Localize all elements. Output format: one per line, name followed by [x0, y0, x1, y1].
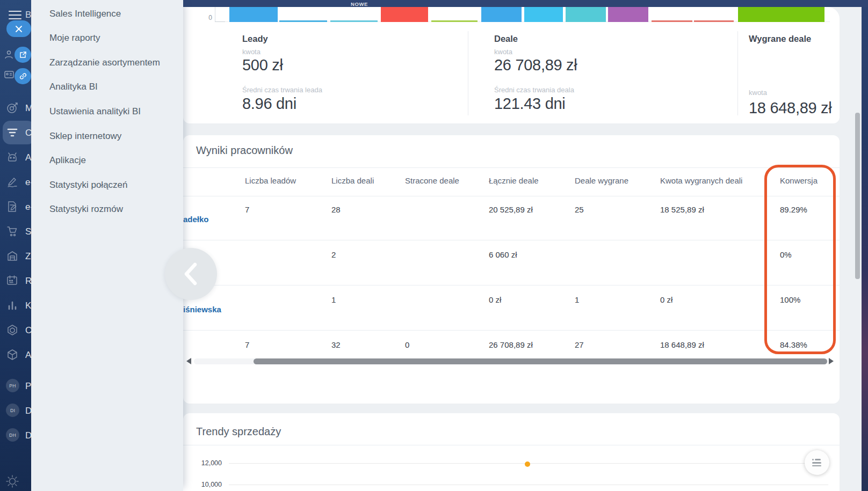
- target-icon[interactable]: [6, 102, 18, 114]
- sidebar-item-letter[interactable]: e-: [25, 177, 31, 188]
- open-in-new-window-button[interactable]: [15, 47, 31, 63]
- person-icon: [4, 50, 13, 59]
- hexagon-icon[interactable]: [6, 324, 18, 336]
- funnel-chart: 0: [183, 7, 840, 22]
- link-chain-icon: [19, 72, 27, 80]
- funnel-zero-tick: 0: [202, 14, 212, 21]
- funnel-bar: [524, 7, 563, 22]
- panel-title: Wyniki pracowników: [196, 144, 293, 157]
- avatar[interactable]: DH: [6, 428, 19, 442]
- hamburger-menu-icon[interactable]: [8, 10, 22, 20]
- cell-total: 0 zł: [489, 295, 501, 304]
- sidebar-item-letter[interactable]: D: [25, 406, 31, 416]
- employee-name-link[interactable]: adełko: [183, 215, 209, 224]
- sidebar-item-letter[interactable]: M: [25, 103, 31, 114]
- close-menu-button[interactable]: [6, 20, 31, 37]
- funnel-bar: [431, 20, 478, 22]
- crm-funnel-icon[interactable]: [6, 127, 18, 138]
- funnel-bar: [608, 7, 648, 22]
- robot-icon[interactable]: [6, 151, 18, 163]
- close-icon: [16, 26, 22, 32]
- widget-settings-button[interactable]: [805, 450, 829, 475]
- row-divider: [183, 285, 840, 285]
- chevron-left-icon: [165, 248, 217, 300]
- cell-deals: 2: [331, 250, 336, 259]
- menu-item-statystyki-rozmow[interactable]: Statystyki rozmów: [49, 204, 123, 217]
- kpi-amount-label: kwota: [749, 89, 767, 97]
- funnel-bar: [229, 7, 278, 22]
- menu-item-aplikacje[interactable]: Aplikacje: [49, 155, 86, 168]
- funnel-x-axis-tick: [215, 21, 225, 22]
- employee-results-panel: Wyniki pracowników Liczba leadów Liczba …: [183, 135, 840, 404]
- menu-item-sales-intelligence[interactable]: Sales Intelligence: [49, 9, 121, 21]
- table-hscrollbar-thumb[interactable]: [254, 358, 827, 364]
- kpi-amount-value: 18 648,89 zł: [749, 99, 831, 117]
- sidebar-item-letter[interactable]: St: [25, 226, 31, 237]
- funnel-y-axis: [215, 7, 215, 22]
- page-header-strip: NOWE: [183, 0, 868, 7]
- funnel-bar: [481, 7, 522, 22]
- menu-item-statystyki-polaczen[interactable]: Statystyki połączeń: [49, 180, 128, 193]
- sidebar-item-letter[interactable]: D: [25, 430, 31, 441]
- calendar-icon[interactable]: [6, 275, 18, 287]
- panel-title: Trendy sprzedaży: [196, 426, 281, 438]
- cell-won-amount: 18 648,89 zł: [660, 340, 704, 349]
- sidebar-item-letter[interactable]: C: [25, 325, 31, 336]
- kpi-divider: [737, 31, 738, 115]
- cell-total: 6 060 zł: [489, 250, 517, 259]
- main-sidebar: B: [0, 0, 31, 491]
- menu-item-moje-raporty[interactable]: Moje raporty: [49, 33, 100, 46]
- page-vscrollbar-thumb[interactable]: [855, 113, 860, 279]
- cell-won: 27: [575, 340, 584, 349]
- kpi-summary-panel: 0 Leady kwota 500 zł Średni czas trwania…: [183, 7, 840, 123]
- cell-won: 25: [575, 205, 584, 214]
- employee-name-link[interactable]: iśniewska: [183, 305, 221, 314]
- conversion-column-highlight: [764, 165, 836, 354]
- sidebar-item-letter[interactable]: Z: [25, 251, 31, 262]
- kpi-divider: [468, 31, 468, 115]
- sidebar-item-letter[interactable]: A: [25, 152, 31, 163]
- warehouse-icon[interactable]: [6, 250, 18, 262]
- col-header-leads: Liczba leadów: [245, 176, 296, 185]
- menu-item-analityka-bi[interactable]: Analityka BI: [49, 82, 98, 94]
- sidebar-item-letter[interactable]: R: [25, 276, 31, 287]
- document-edit-icon[interactable]: [6, 201, 18, 212]
- external-link-icon: [19, 52, 26, 58]
- cart-icon[interactable]: [6, 225, 18, 237]
- id-badge-icon: [4, 70, 14, 79]
- sidebar-item-letter[interactable]: P: [25, 381, 31, 392]
- kpi-amount-value: 500 zł: [242, 56, 283, 74]
- analytics-flyout-menu: Sales Intelligence Moje raporty Zarządza…: [31, 0, 183, 491]
- divider: [183, 167, 840, 168]
- avatar[interactable]: DI: [6, 404, 19, 417]
- divider: [183, 445, 840, 445]
- divider: [183, 196, 840, 196]
- trend-data-point: [525, 461, 530, 467]
- gear-icon[interactable]: [5, 474, 19, 488]
- cell-won-amount: 0 zł: [660, 295, 672, 304]
- cube-icon[interactable]: [6, 349, 18, 361]
- sidebar-item-letter[interactable]: C: [25, 128, 31, 138]
- scroll-left-arrow-icon[interactable]: [186, 358, 191, 364]
- kpi-amount-label: kwota: [242, 48, 261, 56]
- menu-item-sklep-internetowy[interactable]: Sklep internetowy: [49, 131, 121, 144]
- menu-item-zarzadzanie-asortymentem[interactable]: Zarządzanie asortymentem: [49, 57, 160, 70]
- funnel-bar: [566, 7, 606, 22]
- crm-analytics-dashboard: { "topbar": { "stage_label": "NOWE" }, "…: [0, 0, 868, 491]
- avatar[interactable]: PH: [6, 379, 19, 392]
- funnel-bar: [738, 7, 824, 22]
- menu-item-ustawienia-analityki-bi[interactable]: Ustawienia analityki BI: [49, 106, 141, 119]
- cell-deals: 1: [331, 295, 336, 304]
- cell-total: 20 525,89 zł: [489, 205, 533, 214]
- col-header-deals: Liczba deali: [331, 176, 374, 185]
- sidebar-item-letter[interactable]: A: [25, 350, 31, 361]
- logo-letter-fragment: B: [25, 10, 31, 20]
- copy-link-button[interactable]: [15, 68, 31, 84]
- scroll-right-arrow-icon[interactable]: [829, 358, 834, 364]
- collapse-menu-button[interactable]: [165, 248, 217, 300]
- pen-icon[interactable]: [6, 176, 18, 188]
- bar-chart-icon[interactable]: [6, 299, 18, 311]
- sidebar-item-letter[interactable]: K: [25, 301, 31, 311]
- sidebar-item-letter[interactable]: e-: [25, 202, 31, 212]
- kpi-amount-value: 26 708,89 zł: [494, 56, 577, 74]
